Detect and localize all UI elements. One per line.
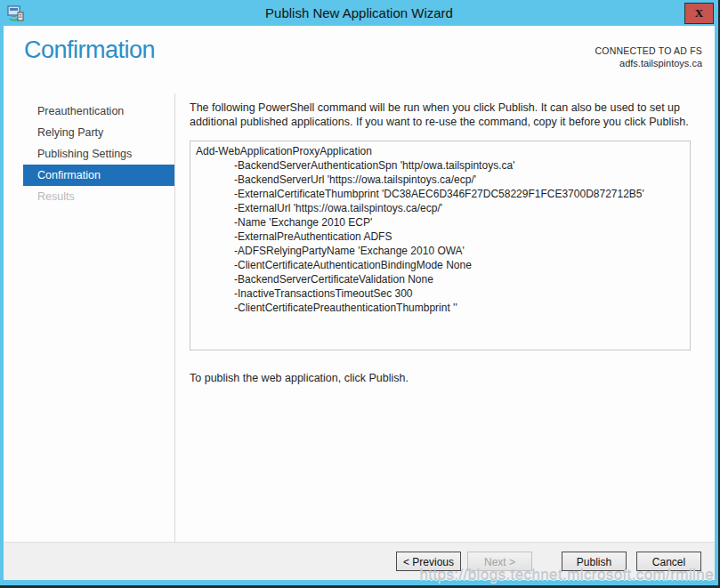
window-title: Publish New Application Wizard (0, 0, 718, 26)
connection-label: CONNECTED TO AD FS (595, 45, 702, 56)
command-param: -ClientCertificatePreauthenticationThumb… (196, 301, 684, 315)
wizard-steps-sidebar: Preauthentication Relying Party Publishi… (4, 93, 175, 542)
command-param: -ClientCertificateAuthenticationBindingM… (196, 258, 684, 272)
button-bar: < Previous Next > Publish Cancel (4, 542, 715, 580)
intro-text: The following PowerShell command will be… (190, 101, 702, 129)
command-param: -InactiveTransactionsTimeoutSec 300 (196, 286, 684, 301)
command-param: -ExternalPreAuthentication ADFS (196, 230, 684, 244)
publish-note: To publish the web application, click Pu… (190, 372, 702, 384)
title-bar: Publish New Application Wizard X (0, 0, 718, 26)
cancel-button[interactable]: Cancel (636, 552, 701, 571)
previous-button[interactable]: < Previous (396, 552, 461, 571)
command-param: -BackendServerCertificateValidation None (196, 272, 684, 286)
next-button: Next > (467, 552, 532, 571)
sidebar-item-publishing-settings[interactable]: Publishing Settings (23, 143, 174, 165)
command-param: -ExternalUrl 'https://owa.tailspintoys.c… (196, 201, 684, 215)
close-button[interactable]: X (684, 3, 714, 24)
powershell-command-box: Add-WebApplicationProxyApplication -Back… (190, 141, 691, 350)
page-header: Confirmation CONNECTED TO AD FS adfs.tai… (4, 26, 715, 93)
wizard-window: Publish New Application Wizard X Confirm… (0, 0, 720, 588)
client-area: Confirmation CONNECTED TO AD FS adfs.tai… (4, 26, 715, 580)
wizard-body: Preauthentication Relying Party Publishi… (4, 93, 715, 542)
sidebar-item-preauthentication[interactable]: Preauthentication (23, 101, 174, 122)
connection-server: adfs.tailspintoys.ca (595, 58, 702, 68)
page-title: Confirmation (24, 36, 155, 64)
publish-button[interactable]: Publish (562, 552, 627, 571)
sidebar-item-results: Results (23, 186, 174, 207)
web-application-proxy-icon (7, 4, 25, 22)
sidebar-item-confirmation[interactable]: Confirmation (23, 165, 174, 186)
command-param: -BackendServerAuthenticationSpn 'http/ow… (196, 158, 684, 173)
sidebar-item-relying-party[interactable]: Relying Party (23, 122, 174, 143)
command-param: -Name 'Exchange 2010 ECP' (196, 215, 684, 230)
command-param: -BackendServerUrl 'https://owa.tailspint… (196, 173, 684, 187)
command-param: -ExternalCertificateThumbprint 'DC38AEC6… (196, 187, 684, 201)
command-param: -ADFSRelyingPartyName 'Exchange 2010 OWA… (196, 244, 684, 258)
command-cmdlet: Add-WebApplicationProxyApplication (196, 144, 684, 158)
connection-info: CONNECTED TO AD FS adfs.tailspintoys.ca (595, 45, 702, 68)
confirmation-content: The following PowerShell command will be… (175, 93, 715, 542)
